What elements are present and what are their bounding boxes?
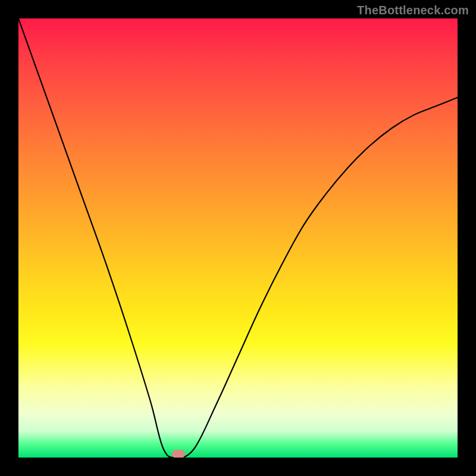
optimal-point-marker (172, 450, 185, 458)
plot-area (18, 18, 458, 458)
curve-path (18, 18, 458, 458)
watermark-text: TheBottleneck.com (357, 4, 469, 17)
bottleneck-curve (18, 18, 458, 458)
